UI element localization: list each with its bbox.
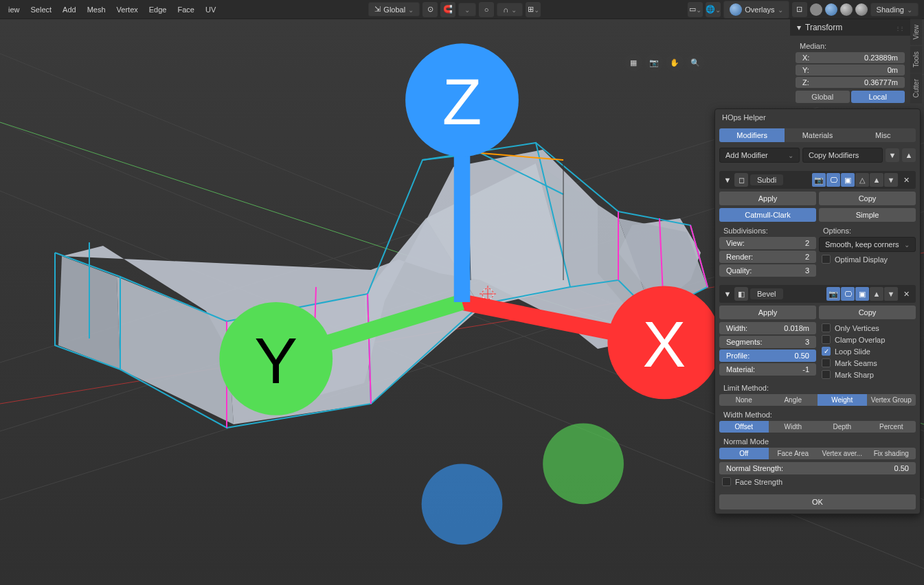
overlays-dropdown[interactable]: Overlays (723, 1, 789, 19)
proportional-toggle[interactable]: ○ (479, 2, 494, 17)
shading-material-icon[interactable] (840, 3, 853, 16)
subdiv-quality[interactable]: Quality:3 (719, 264, 816, 277)
only-vertices-check[interactable]: Only Vertices (819, 322, 916, 334)
copy-button[interactable]: Copy (819, 306, 916, 319)
menu-add[interactable]: Add (57, 3, 82, 16)
clamp-overlap-check[interactable]: Clamp Overlap (819, 334, 916, 345)
tab-misc[interactable]: Misc (850, 128, 916, 142)
add-modifier-dropdown[interactable]: Add Modifier (719, 148, 800, 163)
bevel-segments[interactable]: Segments:3 (719, 336, 816, 348)
expand-all-icon[interactable]: ▲ (902, 148, 916, 162)
catmull-clark-button[interactable]: Catmull-Clark (719, 208, 816, 222)
options-dropdown[interactable]: ⊞ (526, 2, 541, 17)
show-viewport-icon[interactable]: 🖵 (826, 173, 840, 187)
subdiv-view[interactable]: View:2 (719, 237, 816, 249)
show-render-icon[interactable]: 📷 (812, 173, 826, 187)
face-strength-check[interactable]: Face Strength (719, 476, 916, 488)
bevel-width[interactable]: Width:0.018m (719, 322, 816, 334)
bevel-material[interactable]: Material:-1 (719, 363, 816, 376)
mark-seams-check[interactable]: Mark Seams (819, 357, 916, 369)
simple-button[interactable]: Simple (819, 208, 916, 222)
gizmo-dropdown[interactable]: 🌐 (706, 2, 721, 17)
menu-vertex[interactable]: Vertex (111, 3, 144, 16)
optimal-display-check[interactable]: Optimal Display (819, 253, 916, 265)
copy-modifiers-dropdown[interactable]: Copy Modifiers (802, 148, 883, 163)
transform-title: Transform (805, 23, 842, 32)
menu-uv[interactable]: UV (200, 3, 221, 16)
collapse-all-icon[interactable]: ▼ (886, 148, 899, 162)
bevel-name[interactable]: Bevel (750, 288, 783, 299)
limit-weight[interactable]: Weight (818, 394, 867, 406)
transform-header[interactable]: ▾ Transform (790, 19, 910, 36)
move-down-icon[interactable]: ▼ (884, 287, 898, 301)
snap-dropdown[interactable] (458, 3, 476, 16)
modifier-subdiv: ▼ ◻ Subdi 📷 🖵 ▣ △ ▲ ▼ ✕ Apply Copy Catmu… (715, 168, 920, 282)
ok-button[interactable]: OK (719, 494, 916, 509)
copy-button[interactable]: Copy (819, 192, 916, 205)
menu-select[interactable]: Select (25, 3, 58, 16)
normal-face-area[interactable]: Face Area (769, 448, 818, 459)
tab-tools[interactable]: Tools (910, 46, 922, 73)
show-editmode-icon[interactable]: ▣ (855, 287, 869, 301)
delete-modifier-icon[interactable]: ✕ (900, 288, 912, 300)
visibility-dropdown[interactable]: ▭ (688, 2, 703, 17)
median-z[interactable]: Z:0.36777m (796, 77, 905, 88)
overlay-icon (730, 3, 742, 16)
loop-slide-check[interactable]: Loop Slide (819, 345, 916, 357)
snap-toggle[interactable]: 🧲 (440, 2, 455, 17)
apply-button[interactable]: Apply (719, 192, 816, 205)
orientation-dropdown[interactable]: ⇲ Global (368, 2, 420, 16)
shading-rendered-icon[interactable] (855, 3, 868, 16)
tab-cutter[interactable]: Cutter (910, 73, 922, 103)
tab-view[interactable]: View (910, 19, 922, 45)
median-x[interactable]: X:0.23889m (796, 52, 905, 63)
median-y[interactable]: Y:0m (796, 65, 905, 76)
shading-dropdown[interactable]: Shading (870, 3, 919, 16)
width-percent[interactable]: Percent (867, 421, 916, 433)
mark-sharp-check[interactable]: Mark Sharp (819, 369, 916, 380)
shading-solid-icon[interactable] (825, 3, 837, 16)
median-label: Median: (796, 40, 905, 52)
uv-smooth-dropdown[interactable]: Smooth, keep corners (819, 237, 916, 252)
width-depth[interactable]: Depth (818, 421, 867, 433)
limit-none[interactable]: None (719, 394, 769, 406)
menu-view[interactable]: iew (3, 3, 25, 16)
subdiv-render[interactable]: Render:2 (719, 251, 816, 263)
pivot-dropdown[interactable]: ⊙ (422, 2, 438, 17)
proportional-dropdown[interactable]: ∩ (497, 3, 523, 16)
show-viewport-icon[interactable]: 🖵 (841, 287, 855, 301)
normal-strength[interactable]: Normal Strength:0.50 (719, 462, 916, 474)
tab-materials[interactable]: Materials (785, 128, 850, 142)
menu-edge[interactable]: Edge (144, 3, 172, 16)
xray-toggle[interactable]: ⊡ (792, 2, 807, 17)
limit-vertex-group[interactable]: Vertex Group (867, 394, 916, 406)
width-width[interactable]: Width (769, 421, 818, 433)
move-up-icon[interactable]: ▲ (870, 173, 883, 187)
move-up-icon[interactable]: ▲ (870, 287, 883, 301)
space-local[interactable]: Local (851, 91, 905, 103)
options-label: Options: (819, 225, 916, 237)
modifier-bevel: ▼ ◧ Bevel 📷 🖵 ▣ ▲ ▼ ✕ Apply Copy Width:0… (715, 282, 920, 490)
apply-button[interactable]: Apply (719, 306, 816, 319)
expand-icon[interactable]: ▼ (723, 176, 732, 184)
show-render-icon[interactable]: 📷 (826, 287, 840, 301)
normal-fix-shading[interactable]: Fix shading (867, 448, 916, 459)
normal-vertex-avg[interactable]: Vertex aver... (818, 448, 867, 459)
limit-method-label: Limit Method: (719, 382, 916, 394)
show-cage-icon[interactable]: △ (855, 173, 869, 187)
menu-mesh[interactable]: Mesh (82, 3, 111, 16)
limit-angle[interactable]: Angle (769, 394, 818, 406)
shading-wireframe-icon[interactable] (810, 3, 822, 16)
tab-modifiers[interactable]: Modifiers (719, 128, 785, 142)
show-editmode-icon[interactable]: ▣ (841, 173, 855, 187)
subdiv-name[interactable]: Subdi (750, 174, 783, 185)
menu-face[interactable]: Face (172, 3, 199, 16)
delete-modifier-icon[interactable]: ✕ (900, 174, 912, 186)
normal-off[interactable]: Off (719, 448, 769, 459)
space-global[interactable]: Global (796, 91, 850, 103)
move-down-icon[interactable]: ▼ (884, 173, 898, 187)
expand-icon[interactable]: ▼ (723, 290, 732, 298)
bevel-profile[interactable]: Profile:0.50 (719, 349, 816, 362)
drag-dots-icon[interactable] (895, 23, 903, 32)
width-offset[interactable]: Offset (719, 421, 769, 433)
